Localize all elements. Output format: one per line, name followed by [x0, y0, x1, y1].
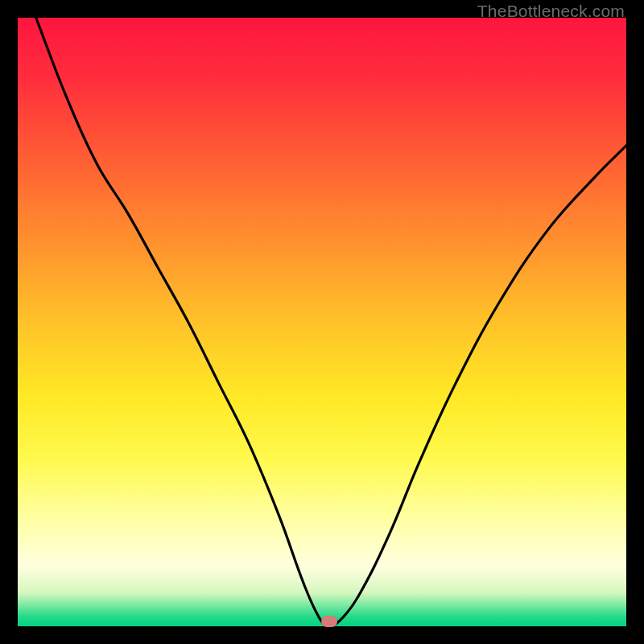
minimum-marker: [321, 616, 337, 627]
gradient-background: [18, 18, 626, 626]
plot-frame: [18, 18, 626, 626]
gradient-chart: [18, 18, 626, 626]
watermark-text: TheBottleneck.com: [477, 2, 625, 21]
